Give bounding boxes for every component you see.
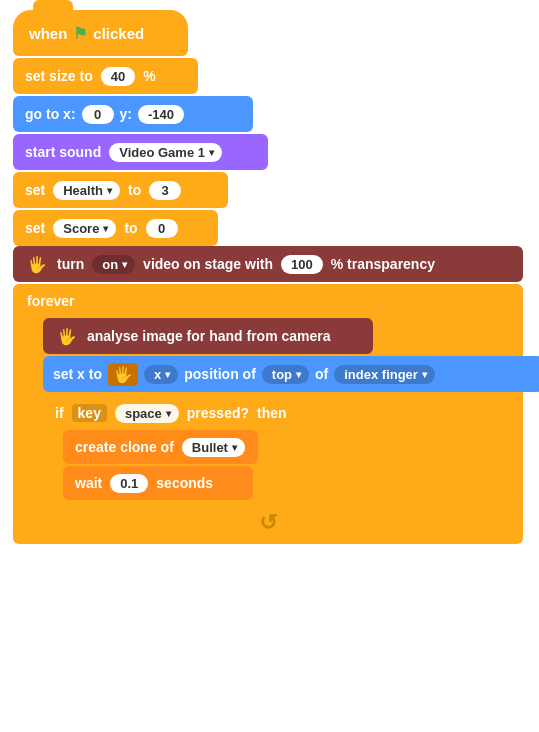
goto-label: go to x: [25, 106, 76, 122]
on-dropdown[interactable]: on [92, 255, 135, 274]
position-of-label: position of [184, 366, 256, 382]
start-sound-label: start sound [25, 144, 101, 160]
turn-label: turn [57, 256, 84, 272]
when-clicked-block[interactable]: when ⚑ clicked [13, 10, 188, 56]
score-value[interactable]: 0 [146, 219, 178, 238]
set-size-block[interactable]: set size to 40 % [13, 58, 198, 94]
loop-arrow-icon: ↺ [259, 510, 277, 536]
video-block[interactable]: 🖐 turn on video on stage with 100 % tran… [13, 246, 523, 282]
if-header: if key space pressed? then [43, 396, 521, 430]
analyse-block[interactable]: 🖐 analyse image for hand from camera [43, 318, 373, 354]
forever-label: forever [27, 293, 74, 309]
set-score-to-label: to [124, 220, 137, 236]
video-label: video on stage with [143, 256, 273, 272]
hand-icon-analyse: 🖐 [55, 324, 79, 348]
score-variable-dropdown[interactable]: Score [53, 219, 116, 238]
y-label: y: [120, 106, 132, 122]
seconds-label: seconds [156, 475, 213, 491]
set-size-label: set size to [25, 68, 93, 84]
forever-block: forever 🖐 analyse image for hand from ca… [13, 284, 523, 544]
y-value[interactable]: -140 [138, 105, 184, 124]
hand-icon-setx: 🖐 [108, 363, 138, 386]
key-dropdown[interactable]: space [115, 404, 179, 423]
sound-dropdown[interactable]: Video Game 1 [109, 143, 222, 162]
set-x-label: set x to [53, 366, 102, 382]
key-label: key [72, 404, 107, 422]
if-label: if [55, 405, 64, 421]
wait-value[interactable]: 0.1 [110, 474, 148, 493]
clicked-label: clicked [93, 25, 144, 42]
if-inner: create clone of Bullet wait 0.1 seconds [63, 430, 521, 500]
x-axis-dropdown[interactable]: x [144, 365, 178, 384]
pressed-label: pressed? [187, 405, 249, 421]
start-sound-block[interactable]: start sound Video Game 1 [13, 134, 268, 170]
of-label: of [315, 366, 328, 382]
health-value[interactable]: 3 [149, 181, 181, 200]
set-x-block[interactable]: set x to 🖐 x position of top of index fi… [43, 356, 539, 392]
forever-header: forever [13, 284, 523, 318]
size-value[interactable]: 40 [101, 67, 135, 86]
set-score-block[interactable]: set Score to 0 [13, 210, 218, 246]
set-health-set-label: set [25, 182, 45, 198]
set-health-block[interactable]: set Health to 3 [13, 172, 228, 208]
x-value[interactable]: 0 [82, 105, 114, 124]
then-label: then [257, 405, 287, 421]
set-health-to-label: to [128, 182, 141, 198]
clone-target-dropdown[interactable]: Bullet [182, 438, 245, 457]
blocks-container: when ⚑ clicked set size to 40 % go to x:… [13, 10, 523, 544]
wait-block[interactable]: wait 0.1 seconds [63, 466, 253, 500]
analyse-label: analyse image for hand from camera [87, 328, 331, 344]
flag-icon: ⚑ [73, 24, 87, 43]
create-clone-label: create clone of [75, 439, 174, 455]
when-label: when [29, 25, 67, 42]
loop-arrow: ↺ [13, 506, 523, 536]
set-score-set-label: set [25, 220, 45, 236]
goto-block[interactable]: go to x: 0 y: -140 [13, 96, 253, 132]
hand-icon-video: 🖐 [25, 252, 49, 276]
finger-dropdown[interactable]: index finger [334, 365, 435, 384]
size-unit: % [143, 68, 155, 84]
if-block: if key space pressed? then create clone … [43, 396, 521, 506]
top-dropdown[interactable]: top [262, 365, 309, 384]
pct-transparency-label: % transparency [331, 256, 435, 272]
health-variable-dropdown[interactable]: Health [53, 181, 120, 200]
forever-inner: 🖐 analyse image for hand from camera set… [43, 318, 523, 506]
transparency-value[interactable]: 100 [281, 255, 323, 274]
wait-label: wait [75, 475, 102, 491]
create-clone-block[interactable]: create clone of Bullet [63, 430, 258, 464]
